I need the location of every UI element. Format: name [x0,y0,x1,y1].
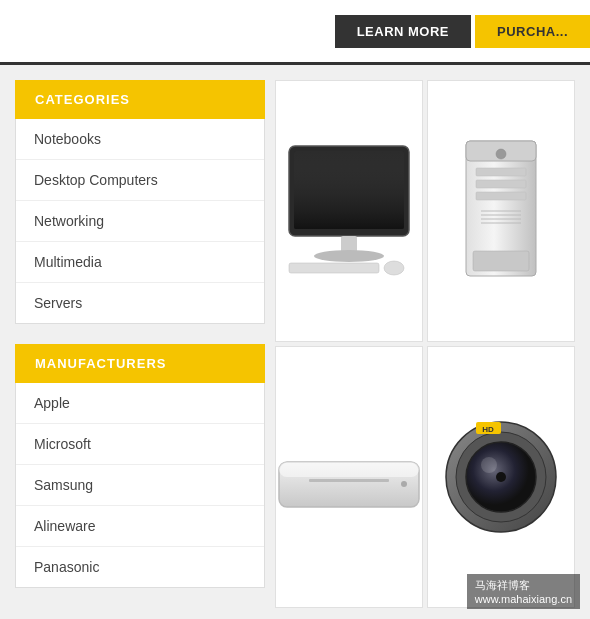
list-item[interactable]: Apple [16,383,264,424]
list-item[interactable]: Alineware [16,506,264,547]
list-item[interactable]: Samsung [16,465,264,506]
tower-image [451,136,551,286]
list-item[interactable]: Desktop Computers [16,160,264,201]
product-card-imac[interactable] [275,80,423,342]
notebooks-link[interactable]: Notebooks [16,119,264,159]
sidebar: CATEGORIES Notebooks Desktop Computers N… [15,80,265,608]
svg-rect-9 [476,168,526,176]
desktop-computers-link[interactable]: Desktop Computers [16,160,264,200]
svg-rect-11 [476,192,526,200]
svg-point-6 [384,261,404,275]
list-item[interactable]: Microsoft [16,424,264,465]
product-card-camera[interactable]: HD [427,346,575,608]
top-bar: LEARN MORE PURCHA... [0,0,590,65]
apple-link[interactable]: Apple [16,383,264,423]
categories-header: CATEGORIES [15,80,265,119]
svg-rect-10 [476,180,526,188]
samsung-link[interactable]: Samsung [16,465,264,505]
alineware-link[interactable]: Alineware [16,506,264,546]
list-item[interactable]: Servers [16,283,264,323]
panasonic-link[interactable]: Panasonic [16,547,264,587]
manufacturers-header: MANUFACTURERS [15,344,265,383]
svg-point-4 [314,250,384,262]
learn-more-button[interactable]: LEARN MORE [335,15,471,48]
multimedia-link[interactable]: Multimedia [16,242,264,282]
svg-rect-5 [289,263,379,273]
purchase-button[interactable]: PURCHA... [475,15,590,48]
svg-point-30 [481,457,497,473]
list-item[interactable]: Notebooks [16,119,264,160]
svg-point-12 [496,149,506,159]
svg-point-31 [496,472,506,482]
manufacturers-section: MANUFACTURERS Apple Microsoft Samsung Al… [15,344,265,588]
manufacturers-list: Apple Microsoft Samsung Alineware Panaso… [15,383,265,588]
list-item[interactable]: Multimedia [16,242,264,283]
svg-text:HD: HD [482,425,494,434]
servers-link[interactable]: Servers [16,283,264,323]
list-item[interactable]: Panasonic [16,547,264,587]
product-card-tower[interactable] [427,80,575,342]
svg-rect-20 [309,479,389,482]
macmini-image [275,407,423,547]
categories-section: CATEGORIES Notebooks Desktop Computers N… [15,80,265,324]
camera-image: HD [436,412,566,542]
svg-rect-2 [294,151,404,229]
categories-list: Notebooks Desktop Computers Networking M… [15,119,265,324]
svg-point-26 [401,481,407,487]
networking-link[interactable]: Networking [16,201,264,241]
main-container: CATEGORIES Notebooks Desktop Computers N… [0,65,590,619]
product-card-macmini[interactable] [275,346,423,608]
svg-rect-19 [279,462,419,477]
svg-rect-17 [473,251,529,271]
imac-image [275,141,423,281]
products-grid: HD [275,80,575,608]
list-item[interactable]: Networking [16,201,264,242]
microsoft-link[interactable]: Microsoft [16,424,264,464]
